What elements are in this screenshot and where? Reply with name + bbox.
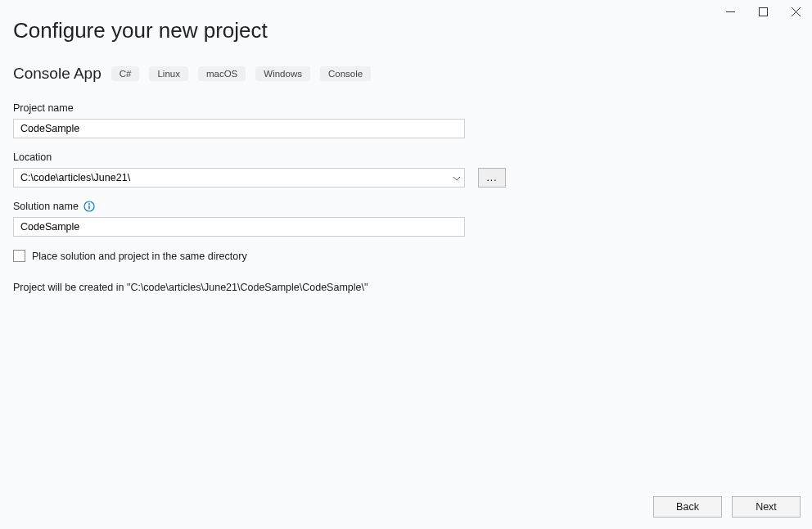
project-name-label: Project name	[13, 102, 799, 114]
creation-path-summary: Project will be created in "C:\code\arti…	[13, 282, 799, 293]
location-combo[interactable]	[13, 168, 465, 188]
location-field-group: Location ...	[13, 151, 799, 188]
same-directory-checkbox[interactable]	[13, 250, 25, 262]
close-button[interactable]	[779, 0, 812, 23]
tag-console: Console	[320, 66, 371, 81]
svg-point-5	[88, 203, 90, 205]
solution-name-input[interactable]	[13, 217, 465, 237]
tag-macos: macOS	[198, 66, 246, 81]
location-label: Location	[13, 151, 799, 163]
solution-name-label: Solution name	[13, 201, 79, 212]
window-controls	[714, 0, 812, 23]
solution-name-label-row: Solution name	[13, 201, 799, 212]
location-input[interactable]	[13, 168, 465, 188]
info-icon[interactable]	[83, 201, 95, 212]
tag-linux: Linux	[149, 66, 188, 81]
project-name-field-group: Project name	[13, 102, 799, 138]
template-header-row: Console App C# Linux macOS Windows Conso…	[13, 65, 799, 83]
browse-button[interactable]: ...	[478, 168, 506, 188]
template-name: Console App	[13, 65, 102, 83]
close-icon	[792, 7, 801, 16]
back-button[interactable]: Back	[653, 496, 722, 518]
solution-name-field-group: Solution name	[13, 201, 799, 237]
project-name-input[interactable]	[13, 119, 465, 138]
minimize-icon	[726, 7, 735, 16]
same-directory-row: Place solution and project in the same d…	[13, 250, 799, 262]
tag-windows: Windows	[255, 66, 310, 81]
maximize-icon	[759, 7, 768, 16]
wizard-footer: Back Next	[653, 496, 801, 518]
minimize-button[interactable]	[714, 0, 747, 23]
tag-csharp: C#	[111, 66, 140, 81]
next-button[interactable]: Next	[732, 496, 801, 518]
page-title: Configure your new project	[13, 18, 799, 43]
same-directory-label: Place solution and project in the same d…	[32, 251, 247, 262]
svg-rect-1	[759, 7, 767, 16]
maximize-button[interactable]	[747, 0, 779, 23]
